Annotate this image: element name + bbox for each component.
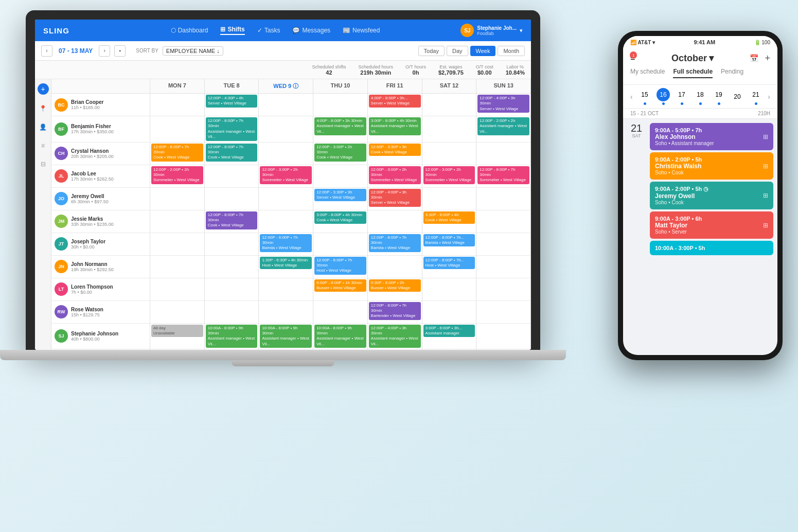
- tab-full-schedule[interactable]: Full schedule: [673, 68, 713, 78]
- next-week-button[interactable]: ›: [99, 45, 110, 57]
- list-icon[interactable]: ≡: [38, 142, 48, 152]
- day-cell-1-6: 12:00P - 2:00P • 2hAssistant manager • W…: [476, 116, 531, 142]
- shift-block[interactable]: All dayUnavailable: [151, 325, 203, 338]
- filter-icon[interactable]: ⊟: [38, 161, 48, 171]
- user-menu[interactable]: SJ Stephanie Joh... Foodlab ▾: [460, 24, 523, 37]
- shift-block[interactable]: 4:00P - 8:00P • 3h...Server • West Villa…: [369, 95, 421, 108]
- today-button[interactable]: Today: [418, 46, 445, 56]
- day-cell-5-6: [476, 210, 531, 233]
- shift-card-1[interactable]: 9:00A - 5:00P • 7h Alex Johnson Soho • A…: [650, 123, 773, 150]
- tab-pending[interactable]: Pending: [721, 68, 743, 78]
- day-cell-1-5: [422, 116, 477, 142]
- shift-block[interactable]: 12:00P - 8:00P • 7h...Barista • West Vil…: [423, 234, 475, 247]
- day-cell-6-2: 12:00P - 6:00P • 7h 30minBarista • West …: [259, 233, 313, 255]
- chevron-down-icon: ▾: [520, 27, 523, 34]
- week-day-16[interactable]: 16: [657, 88, 670, 105]
- location-icon[interactable]: 📍: [38, 105, 48, 115]
- day-cell-4-1: [205, 188, 259, 210]
- employee-info-3: JLJacob Lee17h 30min • $262.50: [51, 165, 150, 187]
- date-day: SAT: [627, 133, 646, 138]
- week-view-button[interactable]: Week: [470, 46, 496, 56]
- shift-block[interactable]: 12:00P - 8:00P • 7h 30minHost • West Vil…: [314, 257, 366, 275]
- nav-messages[interactable]: 💬 Messages: [292, 26, 330, 35]
- shift-block[interactable]: 10:00A - 8:00P • 9h 30minAssistant manag…: [260, 325, 312, 348]
- messages-icon: 💬: [292, 27, 300, 34]
- shift-block[interactable]: 10:00A - 8:00P • 9h 30minAssistant manag…: [206, 325, 258, 348]
- shift-card-2[interactable]: 9:00A - 2:00P • 5h Christina Walsh Soho …: [650, 152, 773, 180]
- shift-block[interactable]: 3:00P - 8:00P • 4h 30minCook • West Vill…: [314, 211, 366, 224]
- next-week-phone-button[interactable]: ›: [768, 93, 770, 101]
- prev-week-phone-button[interactable]: ‹: [630, 93, 633, 101]
- shift-block[interactable]: 12:00P - 8:00P • 7h 30minCook • West Vil…: [151, 144, 203, 162]
- shift-block[interactable]: 12:00P - 8:00P • 7h 30minBartender • Wes…: [369, 302, 421, 320]
- shift-block[interactable]: 12:00P - 2:00P • 2hAssistant manager • W…: [477, 117, 529, 135]
- shift-block[interactable]: 12:00P - 4:00P • 3h 30minServer • West V…: [477, 95, 529, 113]
- chevron-down-icon[interactable]: ▾: [709, 52, 714, 64]
- shift-block[interactable]: 12:00P - 6:00P • 7h 30minBarista • West …: [260, 234, 312, 252]
- shift-block[interactable]: 12:00P - 4:30P • 4hServer • West Village: [206, 95, 258, 108]
- date-box: 21 SAT: [627, 123, 646, 138]
- shift-card-5[interactable]: 10:00A - 3:00P • 5h: [650, 241, 773, 255]
- week-day-17[interactable]: 17: [675, 88, 688, 105]
- week-day-20[interactable]: 20: [731, 90, 744, 103]
- shift-block[interactable]: 3:00P - 6:00P • 3h...Assistant manager: [423, 325, 475, 338]
- shift-block[interactable]: 5:30P - 8:00P • 2hBusser • West Village: [369, 279, 421, 292]
- calendar-toggle-button[interactable]: ▪: [114, 45, 126, 57]
- shift-block[interactable]: 12:00P - 4:00P • 3h 30minServer • West V…: [369, 189, 421, 207]
- shift-block[interactable]: 12:00P - 8:00P • 7h 30minSommelier • Wes…: [477, 166, 529, 184]
- shift-block[interactable]: 12:00P - 3:00P • 2h 30minSommelier • Wes…: [369, 166, 421, 184]
- shift-block[interactable]: 1:30P - 6:30P • 4h 30minHost • West Vill…: [260, 257, 312, 270]
- sort-dropdown[interactable]: EMPLOYEE NAME ↓: [163, 46, 223, 56]
- calendar-icon[interactable]: 📅: [750, 54, 758, 62]
- shift-block[interactable]: 12:00P - 8:00P • 7h 30minCook • West Vil…: [206, 144, 258, 162]
- shift-block[interactable]: 3:30P - 8:00P • 4hCook • West Village: [423, 211, 475, 224]
- expand-icon: ⊞: [763, 192, 768, 199]
- shift-block[interactable]: 6:00P - 8:00P • 1h 30minBusser • West Vi…: [314, 279, 366, 292]
- week-day-15[interactable]: 15: [638, 88, 651, 105]
- add-shift-button[interactable]: +: [38, 83, 49, 95]
- nav-newsfeed[interactable]: 📰 Newsfeed: [343, 26, 380, 35]
- shift-card-3[interactable]: 9:00A - 2:00P • 5h ◷ Jeremy Owell Soho •…: [650, 182, 773, 209]
- shift-block[interactable]: 12:00P - 8:00P • 7h 30minAssistant manag…: [206, 117, 258, 141]
- phone-device: 📶 AT&T ▾ 9:41 AM 🔋 100 ≡ 1 October ▾: [618, 31, 783, 360]
- emp-name: Jacob Lee: [71, 171, 114, 176]
- shift-block[interactable]: 10:00A - 8:00P • 9h 30minAssistant manag…: [314, 325, 366, 348]
- shift-block[interactable]: 3:00P - 8:00P • 4h 30minAssistant manage…: [369, 117, 421, 135]
- week-range-bar: 15 - 21 OCT 210H: [623, 109, 777, 119]
- shift-block[interactable]: 12:00P - 8:00P • 7h 30minCook • West Vil…: [206, 211, 258, 229]
- shift-block[interactable]: 12:00P - 8:00P • 7h...Host • West Villag…: [423, 257, 475, 270]
- month-view-button[interactable]: Month: [498, 46, 525, 56]
- emp-name: Jessie Marks: [71, 216, 114, 222]
- day-view-button[interactable]: Day: [447, 46, 468, 56]
- week-day-21[interactable]: 21: [749, 88, 762, 105]
- shift-block[interactable]: 12:00P - 3:30P • 3hServer • West Village: [314, 189, 366, 202]
- day-cell-10-1: 10:00A - 8:00P • 9h 30minAssistant manag…: [205, 324, 259, 349]
- filter-button[interactable]: ≡ 1: [630, 54, 635, 63]
- person-icon[interactable]: 👤: [38, 123, 48, 134]
- prev-week-button[interactable]: ‹: [41, 45, 52, 57]
- shift-block[interactable]: 4:00P - 8:00P • 3h 30minAssistant manage…: [314, 117, 366, 135]
- add-icon[interactable]: +: [765, 53, 770, 64]
- week-day-19[interactable]: 19: [712, 88, 725, 105]
- day-cell-5-1: 12:00P - 8:00P • 7h 30minCook • West Vil…: [205, 210, 259, 233]
- shift-block[interactable]: 12:00P - 2:00P • 2h 30minSommelier • Wes…: [151, 166, 203, 184]
- emp-name: Jeremy Owell: [71, 193, 109, 199]
- day-cell-5-5: 3:30P - 8:00P • 4hCook • West Village: [422, 210, 477, 233]
- nav-shifts[interactable]: ⊞ Shifts: [220, 26, 244, 35]
- day-cell-9-3: [313, 301, 368, 323]
- day-cell-4-3: 12:00P - 3:30P • 3hServer • West Village: [313, 188, 368, 210]
- employee-row: JNJohn Normann19h 30min • $292.501:30P -…: [51, 256, 531, 278]
- week-day-18[interactable]: 18: [694, 88, 707, 105]
- day-cell-9-5: [422, 301, 477, 323]
- shift-block[interactable]: 12:00P - 3:00P • 2h 30minSommelier • Wes…: [423, 166, 475, 184]
- nav-tasks[interactable]: ✓ Tasks: [257, 26, 280, 35]
- shift-card-4[interactable]: 9:00A - 3:00P • 6h Matt Taylor Soho • Se…: [650, 211, 773, 239]
- shift-block[interactable]: 12:00P - 3:30P • 3hCook • West Village: [369, 144, 421, 156]
- employee-info-2: CHCrystal Hanson20h 30min • $205.00: [51, 143, 150, 165]
- shift-block[interactable]: 12:00P - 4:00P • 3h 30minAssistant manag…: [369, 325, 421, 348]
- shift-block[interactable]: 12:00P - 3:00P • 2h 30minCook • West Vil…: [314, 144, 366, 162]
- nav-dashboard[interactable]: ⬡ Dashboard: [171, 26, 208, 35]
- shift-block[interactable]: 12:00P - 8:00P • 7h 30minBarista • West …: [369, 234, 421, 252]
- shift-block[interactable]: 12:00P - 3:00P • 2h 30minSommelier • Wes…: [260, 166, 312, 184]
- tab-my-schedule[interactable]: My schedule: [630, 68, 665, 78]
